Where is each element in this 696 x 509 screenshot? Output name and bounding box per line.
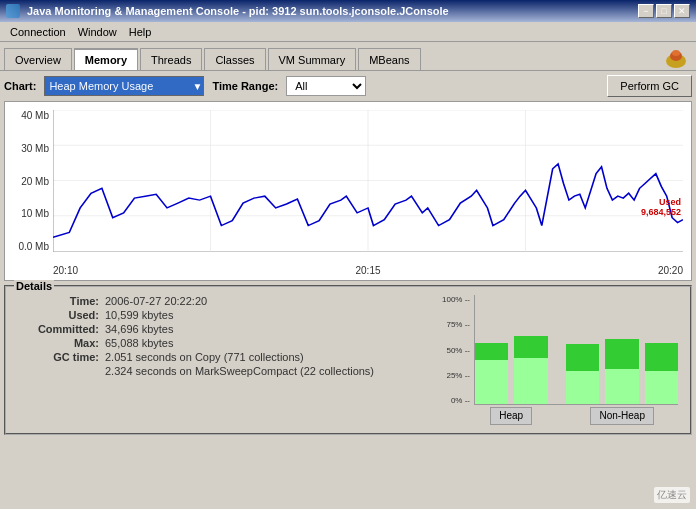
detail-time-value: 2006-07-27 20:22:20: [105, 295, 207, 307]
details-right: 100% -- 75% -- 50% -- 25% -- 0% --: [442, 295, 682, 425]
bar-heap-label: Heap: [490, 407, 532, 425]
tab-mbeans[interactable]: MBeans: [358, 48, 420, 70]
detail-max-row: Max: 65,088 kbytes: [14, 337, 434, 349]
chart-svg: [53, 110, 683, 252]
menu-connection[interactable]: Connection: [4, 25, 72, 39]
details-left: Time: 2006-07-27 20:22:20 Used: 10,599 k…: [14, 295, 434, 425]
bar-nonheap-3: [645, 295, 678, 404]
detail-committed-value: 34,696 kbytes: [105, 323, 174, 335]
close-button[interactable]: ✕: [674, 4, 690, 18]
time-range-label: Time Range:: [212, 80, 278, 92]
chart-label: Chart:: [4, 80, 36, 92]
bar-heap-1-committed: [475, 360, 508, 404]
y-label-20: 20 Mb: [21, 176, 49, 187]
tab-classes[interactable]: Classes: [204, 48, 265, 70]
chart-select-wrapper: Heap Memory Usage ▼: [44, 76, 204, 96]
detail-used-row: Used: 10,599 kbytes: [14, 309, 434, 321]
menu-help[interactable]: Help: [123, 25, 158, 39]
bar-heap-1-used: [475, 343, 508, 360]
title-bar: Java Monitoring & Management Console - p…: [0, 0, 696, 22]
svg-point-2: [672, 50, 680, 56]
bar-nonheap-2: [605, 295, 638, 404]
bar-chart-area: 100% -- 75% -- 50% -- 25% -- 0% --: [442, 295, 682, 425]
detail-time-row: Time: 2006-07-27 20:22:20: [14, 295, 434, 307]
bar-nonheap-1: [566, 295, 599, 404]
detail-gc-value2: 2.324 seconds on MarkSweepCompact (22 co…: [105, 365, 374, 377]
x-label-2010: 20:10: [53, 265, 78, 276]
detail-gc-row: GC time: 2.051 seconds on Copy (771 coll…: [14, 351, 434, 363]
chart-type-select[interactable]: Heap Memory Usage: [44, 76, 204, 96]
watermark: 亿速云: [654, 487, 690, 503]
y-label-10: 10 Mb: [21, 208, 49, 219]
time-range-wrapper: All: [286, 76, 366, 96]
bar-nonheap-label-container: Non-Heap: [566, 407, 678, 425]
tab-vm-summary[interactable]: VM Summary: [268, 48, 357, 70]
x-label-2015: 20:15: [355, 265, 380, 276]
tab-bar: Overview Memory Threads Classes VM Summa…: [0, 42, 696, 71]
detail-used-label: Used:: [14, 309, 99, 321]
details-container: Details Time: 2006-07-27 20:22:20 Used: …: [4, 285, 692, 435]
bar-heap-2-committed: [514, 358, 547, 404]
used-annotation: Used 9,684,552: [641, 197, 681, 217]
bar-nonheap-label: Non-Heap: [590, 407, 654, 425]
detail-max-label: Max:: [14, 337, 99, 349]
y-label-0: 0.0 Mb: [18, 241, 49, 252]
chart-y-labels: 40 Mb 30 Mb 20 Mb 10 Mb 0.0 Mb: [5, 110, 53, 252]
bar-y-75: 75% --: [442, 320, 470, 329]
detail-max-value: 65,088 kbytes: [105, 337, 174, 349]
menu-window[interactable]: Window: [72, 25, 123, 39]
perform-gc-button[interactable]: Perform GC: [607, 75, 692, 97]
bar-nonheap-2-committed: [605, 369, 638, 404]
bar-y-0: 0% --: [442, 396, 470, 405]
detail-gc-label: GC time:: [14, 351, 99, 363]
x-label-2020: 20:20: [658, 265, 683, 276]
maximize-button[interactable]: □: [656, 4, 672, 18]
detail-gc-row2: 2.324 seconds on MarkSweepCompact (22 co…: [14, 365, 434, 377]
chart-x-labels: 20:10 20:15 20:20: [53, 265, 683, 276]
detail-gc-value1: 2.051 seconds on Copy (771 collections): [105, 351, 304, 363]
time-range-select[interactable]: All: [286, 76, 366, 96]
chart-container: 40 Mb 30 Mb 20 Mb 10 Mb 0.0 Mb Used 9,68…: [4, 101, 692, 281]
bar-heap-1: [475, 295, 508, 404]
bars-container: [474, 295, 678, 405]
tab-memory[interactable]: Memory: [74, 48, 138, 70]
y-label-30: 30 Mb: [21, 143, 49, 154]
bar-nonheap-1-used: [566, 344, 599, 371]
bar-labels-row: Heap Non-Heap: [474, 407, 678, 425]
java-logo: [660, 46, 692, 70]
bar-nonheap-3-used: [645, 343, 678, 371]
bar-label-divider: [554, 407, 560, 425]
bar-nonheap-3-committed: [645, 371, 678, 404]
bar-heap-2-used: [514, 336, 547, 358]
tab-overview[interactable]: Overview: [4, 48, 72, 70]
bar-y-100: 100% --: [442, 295, 470, 304]
detail-used-value: 10,599 kbytes: [105, 309, 174, 321]
bar-nonheap-2-used: [605, 339, 638, 370]
y-label-40: 40 Mb: [21, 110, 49, 121]
menu-bar: Connection Window Help: [0, 22, 696, 42]
bar-heap-2: [514, 295, 547, 404]
bar-y-50: 50% --: [442, 346, 470, 355]
detail-committed-row: Committed: 34,696 kbytes: [14, 323, 434, 335]
minimize-button[interactable]: −: [638, 4, 654, 18]
detail-committed-label: Committed:: [14, 323, 99, 335]
details-heading: Details: [14, 280, 54, 292]
detail-time-label: Time:: [14, 295, 99, 307]
bar-y-25: 25% --: [442, 371, 470, 380]
window-title: Java Monitoring & Management Console - p…: [27, 5, 449, 17]
bar-heap-label-container: Heap: [474, 407, 548, 425]
details-inner: Time: 2006-07-27 20:22:20 Used: 10,599 k…: [14, 295, 682, 425]
bar-y-labels: 100% -- 75% -- 50% -- 25% -- 0% --: [442, 295, 472, 405]
tab-threads[interactable]: Threads: [140, 48, 202, 70]
app-icon: [6, 4, 20, 18]
chart-controls: Chart: Heap Memory Usage ▼ Time Range: A…: [0, 71, 696, 101]
bar-nonheap-1-committed: [566, 371, 599, 404]
